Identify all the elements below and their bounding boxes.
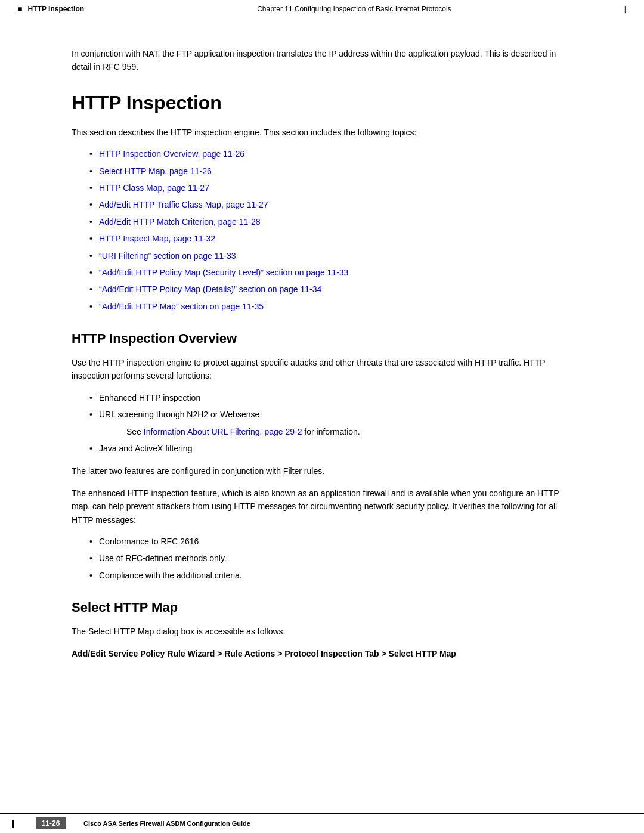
footer-bar	[12, 820, 14, 828]
list-item: “Add/Edit HTTP Policy Map (Details)” sec…	[89, 283, 572, 296]
overview-para1: The latter two features are configured i…	[72, 465, 572, 478]
nav-path: Add/Edit Service Policy Rule Wizard > Ru…	[72, 647, 572, 660]
list-item: Add/Edit HTTP Match Criterion, page 11-2…	[89, 215, 572, 228]
link-select-http-map[interactable]: Select HTTP Map, page 11-26	[99, 166, 212, 176]
page-container: ■ HTTP Inspection Chapter 11 Configuring…	[0, 0, 644, 833]
list-item: URL screening through N2H2 or Websense S…	[89, 408, 572, 438]
link-addedit-http-policy-details[interactable]: “Add/Edit HTTP Policy Map (Details)” sec…	[99, 284, 321, 294]
page-footer: 11-26 Cisco ASA Series Firewall ASDM Con…	[0, 813, 644, 833]
link-http-inspect-map[interactable]: HTTP Inspect Map, page 11-32	[99, 234, 215, 243]
header-section-marker: ■	[18, 5, 22, 13]
http-inspection-intro: This section describes the HTTP inspecti…	[72, 126, 572, 139]
overview-bullets-1: Enhanced HTTP inspection URL screening t…	[89, 391, 572, 456]
bullet-url-screening: URL screening through N2H2 or Websense	[99, 410, 259, 419]
footer-left: 11-26 Cisco ASA Series Firewall ASDM Con…	[36, 817, 250, 829]
list-item: HTTP Class Map, page 11-27	[89, 181, 572, 194]
link-url-filtering[interactable]: Information About URL Filtering, page 29…	[144, 427, 302, 436]
page-header: ■ HTTP Inspection Chapter 11 Configuring…	[0, 0, 644, 17]
list-item: HTTP Inspect Map, page 11-32	[89, 232, 572, 245]
bullet-compliance: Compliance with the additional criteria.	[99, 571, 242, 580]
list-item: HTTP Inspection Overview, page 11-26	[89, 147, 572, 160]
list-item: Add/Edit HTTP Traffic Class Map, page 11…	[89, 198, 572, 211]
list-item: Conformance to RFC 2616	[89, 535, 572, 548]
header-right-marker: |	[624, 5, 626, 13]
overview-bullets-3: Conformance to RFC 2616 Use of RFC-defin…	[89, 535, 572, 582]
link-addedit-http-policy-security[interactable]: “Add/Edit HTTP Policy Map (Security Leve…	[99, 268, 348, 277]
bullet-rfc-methods: Use of RFC-defined methods only.	[99, 553, 227, 563]
header-left-label: ■ HTTP Inspection	[18, 5, 84, 13]
url-see-prefix: See	[126, 427, 144, 436]
link-uri-filtering[interactable]: “URI Filtering” section on page 11-33	[99, 251, 236, 261]
list-item: “URI Filtering” section on page 11-33	[89, 249, 572, 262]
list-item: Enhanced HTTP inspection	[89, 391, 572, 404]
http-inspection-links-list: HTTP Inspection Overview, page 11-26 Sel…	[89, 147, 572, 313]
bullet-rfc2616: Conformance to RFC 2616	[99, 537, 199, 546]
list-item: “Add/Edit HTTP Map” section on page 11-3…	[89, 300, 572, 313]
footer-book-title: Cisco ASA Series Firewall ASDM Configura…	[83, 820, 250, 827]
link-addedit-http-traffic[interactable]: Add/Edit HTTP Traffic Class Map, page 11…	[99, 200, 268, 209]
http-inspection-title: HTTP Inspection	[72, 92, 572, 114]
header-section-name: HTTP Inspection	[28, 5, 84, 13]
overview-para2: The enhanced HTTP inspection feature, wh…	[72, 487, 572, 527]
bullet-enhanced-http: Enhanced HTTP inspection	[99, 393, 200, 402]
url-see-paragraph: See Information About URL Filtering, pag…	[126, 425, 572, 438]
list-item: Use of RFC-defined methods only.	[89, 552, 572, 565]
list-item: Select HTTP Map, page 11-26	[89, 165, 572, 178]
select-http-map-intro: The Select HTTP Map dialog box is access…	[72, 625, 572, 638]
page-number-badge: 11-26	[36, 817, 66, 829]
main-content: In conjunction with NAT, the FTP applica…	[0, 17, 644, 833]
url-see-suffix: for information.	[302, 427, 360, 436]
bullet-java-activex: Java and ActiveX filtering	[99, 444, 192, 453]
http-inspection-overview-title: HTTP Inspection Overview	[72, 331, 572, 346]
intro-paragraph: In conjunction with NAT, the FTP applica…	[72, 47, 572, 74]
list-item: Java and ActiveX filtering	[89, 442, 572, 455]
http-inspection-overview-intro: Use the HTTP inspection engine to protec…	[72, 356, 572, 383]
link-http-class-map[interactable]: HTTP Class Map, page 11-27	[99, 183, 209, 193]
list-item: Compliance with the additional criteria.	[89, 569, 572, 582]
list-item: “Add/Edit HTTP Policy Map (Security Leve…	[89, 266, 572, 279]
header-chapter-info: Chapter 11 Configuring Inspection of Bas…	[257, 5, 451, 13]
link-addedit-http-map[interactable]: “Add/Edit HTTP Map” section on page 11-3…	[99, 302, 264, 311]
link-http-overview[interactable]: HTTP Inspection Overview, page 11-26	[99, 149, 244, 159]
link-addedit-http-match[interactable]: Add/Edit HTTP Match Criterion, page 11-2…	[99, 217, 261, 227]
select-http-map-title: Select HTTP Map	[72, 600, 572, 615]
